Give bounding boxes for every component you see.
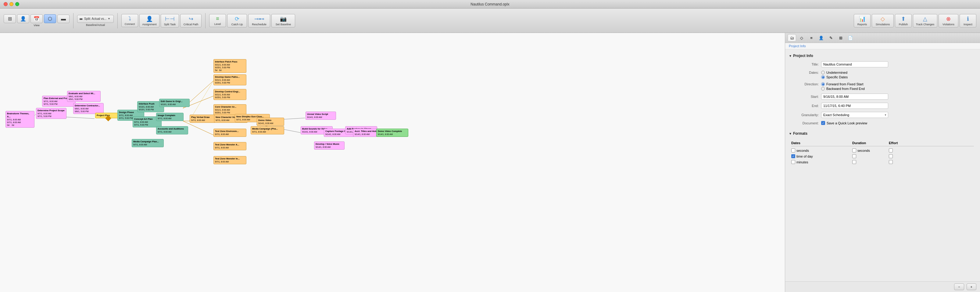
canvas-area[interactable]: Brainstorm Themes, A... 9/7/1, 8:00 AM 9…: [0, 33, 785, 292]
node-edit-game[interactable]: Edit Game In Origi... 9/10/1, 8:00 AM: [159, 99, 190, 107]
tab-diamond[interactable]: ◇: [797, 34, 806, 41]
start-input[interactable]: [821, 94, 888, 100]
node-accounts-auditions[interactable]: Accounts and Auditions 9/7/1, 8:00 AM: [156, 126, 188, 135]
violations-label: Violations: [942, 23, 955, 26]
tab-grid[interactable]: ⊞: [836, 34, 845, 41]
project-info-section-header[interactable]: ▼ Project Info: [785, 52, 980, 60]
minutes-effort-checkbox[interactable]: [889, 160, 893, 164]
minutes-duration-checkbox[interactable]: [852, 160, 856, 164]
node-brainstorm[interactable]: Brainstorm Themes, A... 9/7/1, 8:00 AM 9…: [5, 111, 35, 128]
node-core-character[interactable]: Core Character Ar... 9/21/1, 8:00 AM 9/2…: [213, 104, 247, 115]
view-group: ⊞ 👤 📅 ⬡ ▬ View: [4, 14, 70, 27]
tab-briefcase[interactable]: 🗂: [788, 34, 796, 41]
maximize-button[interactable]: [15, 2, 19, 6]
tab-doc[interactable]: 📄: [846, 34, 855, 41]
close-button[interactable]: [4, 2, 8, 6]
gantt-view-button[interactable]: ▬: [57, 14, 70, 23]
node-determine-contractor[interactable]: Determine Contractor... 9/8/1, 8:00 AM 9…: [73, 103, 104, 114]
node-interface-patch[interactable]: Interface Patch Pass 9/21/1, 8:00 AM 9/2…: [213, 59, 247, 73]
inspect-button[interactable]: ℹ Inspect: [959, 14, 976, 27]
reports-button[interactable]: 📊 Reports: [854, 14, 870, 27]
violations-button[interactable]: ⊗ Violations: [939, 14, 958, 27]
tab-edit[interactable]: ✎: [827, 34, 835, 41]
view-icons: ⊞ 👤 📅 ⬡ ▬: [4, 14, 70, 23]
document-checkbox-item[interactable]: ✓ Save a Quick Look preview: [821, 121, 867, 125]
minimize-button[interactable]: [10, 2, 13, 6]
backward-option[interactable]: Backward from Fixed End: [821, 87, 865, 90]
node-media-campaign-pha[interactable]: Media Campaign (Pha... 9/7/1, 8:00 AM: [251, 126, 284, 135]
node-develop-control[interactable]: Develop Control Engi... 9/21/1, 8:00 AM …: [213, 89, 247, 100]
timeofday-dates-check[interactable]: ✓ time of day: [791, 154, 852, 158]
node-image-complain[interactable]: Image Complain 9/7/1, 8:00 AM: [156, 113, 183, 121]
inspect-label: Inspect: [964, 23, 972, 26]
simulations-icon: ◇: [881, 16, 885, 22]
node-test-zone-monster-in[interactable]: Test Zone Monster In... 9/7/1, 8:00 AM: [213, 156, 247, 164]
remove-button[interactable]: −: [954, 284, 964, 290]
table-view-button[interactable]: ⊞: [4, 14, 16, 23]
dates-radio-group: Undetermined Specific Dates: [821, 71, 848, 79]
node-evaluate-select[interactable]: Evaluate and Select Mi... 9/8/1, 8:00 AM…: [67, 91, 100, 102]
seconds-dates-checkbox[interactable]: [791, 148, 795, 152]
node-demo-complete[interactable]: Demo Video Complete 9/14/1, 8:00 AM: [376, 129, 408, 137]
set-baseline-icon: 📷: [280, 16, 286, 22]
timeofday-duration-checkbox[interactable]: [852, 154, 856, 158]
network-view-button[interactable]: ⬡: [44, 14, 56, 23]
formats-header: Dates Duration Effort: [791, 140, 974, 146]
level-button[interactable]: ≡ Level: [209, 14, 226, 27]
backward-radio[interactable]: [821, 87, 825, 90]
catch-up-button[interactable]: ⟳ Catch Up: [227, 14, 247, 27]
document-row: Document: ✓ Save a Quick Look preview: [785, 119, 980, 127]
simulations-button[interactable]: ◇ Simulations: [872, 14, 894, 27]
node-develop-game-paths[interactable]: Develop Game Paths... 9/21/1, 8:00 AM 9/…: [213, 75, 247, 85]
critical-path-button[interactable]: ↪ Critical Path: [180, 14, 202, 27]
forward-radio[interactable]: [821, 82, 825, 86]
node-project-scope[interactable]: Determine Project Scope 9/7/1, 8:00 AM 9…: [36, 108, 67, 119]
specific-dates-radio[interactable]: [821, 75, 825, 79]
seconds-effort-checkbox[interactable]: [889, 148, 893, 152]
node-unreal-video-script[interactable]: Unreal Video Script 9/14/1, 8:00 AM: [305, 111, 336, 120]
add-button[interactable]: +: [967, 284, 976, 290]
formats-section-header[interactable]: ▼ Formats: [785, 130, 980, 138]
seconds-dates-check[interactable]: seconds: [791, 148, 852, 152]
set-baseline-button[interactable]: 📷 Set Baseline: [271, 14, 295, 27]
baseline-actual-label: Split: Actual vs...: [84, 17, 107, 21]
node-develop-voice[interactable]: Develop / Voice Music 9/14/1, 8:00 AM: [314, 141, 345, 150]
simulations-label: Simulations: [876, 23, 890, 26]
title-input[interactable]: [821, 61, 888, 67]
undetermined-radio[interactable]: [821, 71, 825, 75]
split-task-button[interactable]: ⊢⊣ Split Task: [161, 14, 179, 27]
track-changes-button[interactable]: △ Track Changes: [913, 14, 937, 27]
baseline-actual-button[interactable]: ⬌ Split: Actual vs... ▼: [77, 15, 114, 23]
end-input[interactable]: [821, 103, 888, 109]
undetermined-option[interactable]: Undetermined: [821, 71, 848, 75]
node-test-zone-env[interactable]: Test Zone Environm... 9/7/1, 8:00 AM: [213, 129, 247, 137]
timeofday-effort-checkbox[interactable]: [889, 154, 893, 158]
publish-button[interactable]: ⬆ Publish: [895, 14, 912, 27]
dropdown-arrow-icon: ▼: [108, 17, 110, 20]
reschedule-button[interactable]: ⊸⊷ Reschedule: [248, 14, 270, 27]
calendar-view-button[interactable]: 📅: [30, 14, 43, 23]
set-baseline-label: Set Baseline: [276, 23, 291, 26]
granularity-select[interactable]: Exact Scheduling Day Hour Minute: [821, 112, 888, 118]
node-test-zone-monster-a[interactable]: Test Zone Monster A... 9/7/1, 8:00 AM: [213, 142, 247, 150]
forward-option[interactable]: Forward from Fixed Start: [821, 82, 865, 86]
tab-person[interactable]: 👤: [817, 34, 826, 41]
formats-section: Dates Duration Effort: [785, 138, 980, 167]
seconds-duration-checkbox[interactable]: [852, 148, 856, 152]
minutes-dates-checkbox[interactable]: [791, 160, 795, 164]
node-demo-video[interactable]: Demo Video 9/14/1, 8:00 AM: [257, 117, 284, 126]
edit-icon: ✎: [829, 36, 833, 40]
connect-button[interactable]: ⤵ Connect: [121, 14, 138, 27]
tab-lines[interactable]: ≡: [807, 34, 816, 41]
granularity-row: Granularity: Exact Scheduling Day Hour M…: [785, 110, 980, 119]
people-view-button[interactable]: 👤: [17, 14, 29, 23]
direction-label: Direction:: [791, 82, 819, 86]
node-media-campaign-plan[interactable]: Media Campaign Plan... 9/7/1, 8:00 AM: [132, 139, 164, 147]
seconds-duration-check[interactable]: seconds: [852, 148, 889, 152]
assignment-button[interactable]: 👤 Assignment: [139, 14, 159, 27]
specific-dates-option[interactable]: Specific Dates: [821, 75, 848, 79]
minutes-duration: [852, 160, 889, 164]
timeofday-dates-checkbox[interactable]: ✓: [791, 154, 795, 158]
minutes-dates-check[interactable]: minutes: [791, 160, 852, 164]
document-checkbox[interactable]: ✓: [821, 121, 825, 125]
